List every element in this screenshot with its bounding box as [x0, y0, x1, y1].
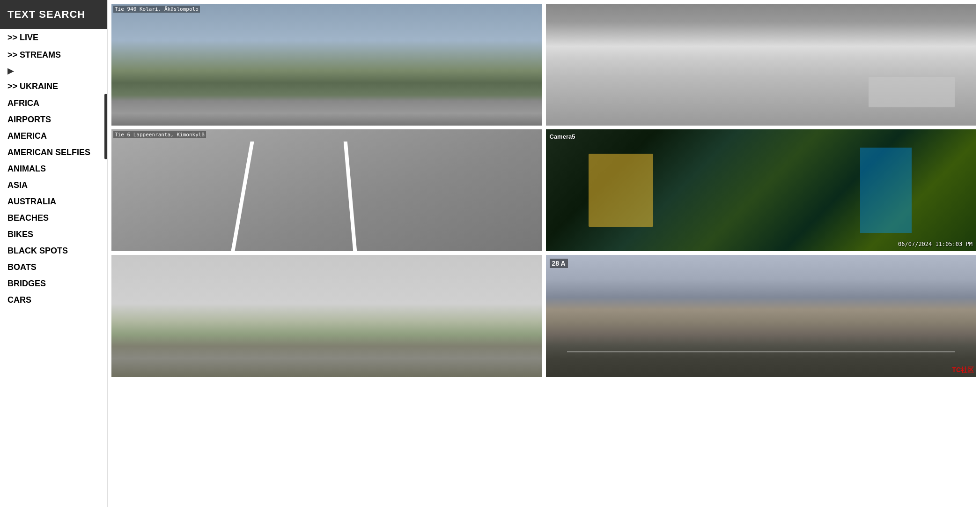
- video-thumbnail-feed6: [546, 255, 977, 377]
- video-thumbnail-feed2: [546, 4, 977, 126]
- sidebar-item-black-spots[interactable]: BLACK SPOTS: [0, 243, 107, 259]
- sidebar-items-container: >> LIVE>> STREAMS▶>> UKRAINEAFRICAAIRPOR…: [0, 29, 107, 308]
- video-feed-feed1[interactable]: Tie 940 Kolari, Äkäslompolo: [111, 4, 542, 126]
- watermark-feed6: TC社区: [952, 366, 974, 374]
- sidebar-item-bikes[interactable]: BIKES: [0, 226, 107, 243]
- sidebar: TEXT SEARCH >> LIVE>> STREAMS▶>> UKRAINE…: [0, 0, 108, 507]
- sidebar-item-animals[interactable]: ANIMALS: [0, 161, 107, 177]
- text-search-button[interactable]: TEXT SEARCH: [0, 0, 107, 29]
- video-thumbnail-feed5: [111, 255, 542, 377]
- video-feed-feed6[interactable]: 28 ATC社区: [546, 255, 977, 377]
- main-content: Tie 940 Kolari, ÄkäslompoloTie 6 Lappeen…: [108, 0, 980, 507]
- sidebar-item-airports[interactable]: AIRPORTS: [0, 112, 107, 128]
- video-thumbnail-feed1: [111, 4, 542, 126]
- video-feed-feed4[interactable]: Camera506/07/2024 11:05:03 PM: [546, 129, 977, 251]
- sidebar-item-cars[interactable]: CARS: [0, 292, 107, 308]
- sidebar-item-american-selfies[interactable]: AMERICAN SELFIES: [0, 144, 107, 161]
- scrollbar-indicator: [104, 94, 107, 159]
- sidebar-item-bridges[interactable]: BRIDGES: [0, 276, 107, 292]
- sidebar-item-arrow[interactable]: ▶: [0, 64, 107, 78]
- sidebar-item-africa[interactable]: AFRICA: [0, 95, 107, 112]
- sidebar-item-beaches[interactable]: BEACHES: [0, 210, 107, 226]
- timestamp-feed4: 06/07/2024 11:05:03 PM: [898, 241, 973, 247]
- sidebar-item-boats[interactable]: BOATS: [0, 259, 107, 276]
- sidebar-item-australia[interactable]: AUSTRALIA: [0, 194, 107, 210]
- camera-label-feed4: Camera5: [550, 133, 575, 140]
- sidebar-item-america[interactable]: AMERICA: [0, 128, 107, 144]
- video-grid: Tie 940 Kolari, ÄkäslompoloTie 6 Lappeen…: [108, 0, 980, 380]
- sidebar-item-asia[interactable]: ASIA: [0, 177, 107, 194]
- sidebar-item-live[interactable]: >> LIVE: [0, 29, 107, 46]
- speed-label-feed6: 28 A: [550, 259, 568, 268]
- video-thumbnail-feed4: [546, 129, 977, 251]
- sidebar-item-ukraine[interactable]: >> UKRAINE: [0, 78, 107, 95]
- video-feed-feed5[interactable]: [111, 255, 542, 377]
- overlay-label-feed1: Tie 940 Kolari, Äkäslompolo: [113, 6, 200, 13]
- overlay-label-feed3: Tie 6 Lappeenranta, Kimonkylä: [113, 131, 206, 138]
- video-feed-feed2[interactable]: [546, 4, 977, 126]
- video-feed-feed3[interactable]: Tie 6 Lappeenranta, Kimonkylä: [111, 129, 542, 251]
- sidebar-item-streams[interactable]: >> STREAMS: [0, 46, 107, 64]
- video-thumbnail-feed3: [111, 129, 542, 251]
